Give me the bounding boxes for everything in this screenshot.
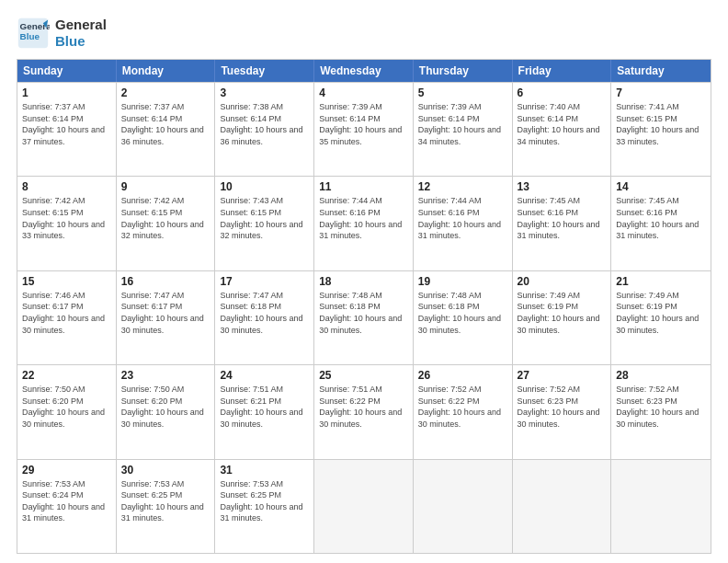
day-info: Sunrise: 7:41 AMSunset: 6:15 PMDaylight:… bbox=[616, 101, 706, 147]
calendar-cell: 10Sunrise: 7:43 AMSunset: 6:15 PMDayligh… bbox=[215, 177, 314, 270]
day-header-friday: Friday bbox=[513, 60, 612, 82]
day-header-tuesday: Tuesday bbox=[215, 60, 314, 82]
day-number: 10 bbox=[220, 180, 309, 193]
day-number: 6 bbox=[518, 86, 607, 99]
day-header-saturday: Saturday bbox=[611, 60, 711, 82]
logo-text2: Blue bbox=[55, 33, 107, 50]
day-number: 31 bbox=[220, 464, 309, 477]
svg-text:Blue: Blue bbox=[20, 31, 40, 41]
day-info: Sunrise: 7:45 AMSunset: 6:16 PMDaylight:… bbox=[518, 195, 607, 241]
day-header-wednesday: Wednesday bbox=[314, 60, 414, 82]
day-info: Sunrise: 7:51 AMSunset: 6:22 PMDaylight:… bbox=[319, 384, 408, 430]
calendar-row-1: 1Sunrise: 7:37 AMSunset: 6:14 PMDaylight… bbox=[17, 82, 711, 176]
day-info: Sunrise: 7:38 AMSunset: 6:14 PMDaylight:… bbox=[220, 101, 309, 147]
day-info: Sunrise: 7:42 AMSunset: 6:15 PMDaylight:… bbox=[22, 195, 111, 241]
calendar-cell bbox=[611, 460, 711, 553]
day-info: Sunrise: 7:49 AMSunset: 6:19 PMDaylight:… bbox=[616, 290, 706, 336]
calendar-cell bbox=[314, 460, 414, 553]
day-number: 9 bbox=[121, 180, 210, 193]
calendar: SundayMondayTuesdayWednesdayThursdayFrid… bbox=[17, 59, 711, 554]
day-info: Sunrise: 7:45 AMSunset: 6:16 PMDaylight:… bbox=[616, 195, 706, 241]
day-number: 8 bbox=[22, 180, 111, 193]
day-info: Sunrise: 7:42 AMSunset: 6:15 PMDaylight:… bbox=[121, 195, 210, 241]
day-number: 14 bbox=[616, 180, 706, 193]
calendar-cell: 16Sunrise: 7:47 AMSunset: 6:17 PMDayligh… bbox=[117, 271, 216, 364]
calendar-cell: 29Sunrise: 7:53 AMSunset: 6:24 PMDayligh… bbox=[17, 460, 117, 553]
day-number: 23 bbox=[121, 369, 210, 382]
day-number: 11 bbox=[319, 180, 408, 193]
calendar-cell: 26Sunrise: 7:52 AMSunset: 6:22 PMDayligh… bbox=[414, 365, 513, 458]
day-info: Sunrise: 7:51 AMSunset: 6:21 PMDaylight:… bbox=[220, 384, 309, 430]
day-number: 29 bbox=[22, 464, 111, 477]
logo-text: General bbox=[55, 17, 107, 33]
day-info: Sunrise: 7:50 AMSunset: 6:20 PMDaylight:… bbox=[121, 384, 210, 430]
day-number: 20 bbox=[518, 275, 607, 288]
day-info: Sunrise: 7:53 AMSunset: 6:25 PMDaylight:… bbox=[220, 478, 309, 524]
day-header-sunday: Sunday bbox=[17, 60, 117, 82]
day-header-thursday: Thursday bbox=[414, 60, 513, 82]
calendar-cell: 23Sunrise: 7:50 AMSunset: 6:20 PMDayligh… bbox=[117, 365, 216, 458]
calendar-cell bbox=[513, 460, 612, 553]
calendar-cell: 9Sunrise: 7:42 AMSunset: 6:15 PMDaylight… bbox=[117, 177, 216, 270]
day-info: Sunrise: 7:37 AMSunset: 6:14 PMDaylight:… bbox=[121, 101, 210, 147]
day-number: 2 bbox=[121, 86, 210, 99]
day-info: Sunrise: 7:37 AMSunset: 6:14 PMDaylight:… bbox=[22, 101, 111, 147]
calendar-cell: 8Sunrise: 7:42 AMSunset: 6:15 PMDaylight… bbox=[17, 177, 117, 270]
calendar-cell: 13Sunrise: 7:45 AMSunset: 6:16 PMDayligh… bbox=[513, 177, 612, 270]
header: General Blue General Blue bbox=[17, 17, 711, 50]
day-number: 18 bbox=[319, 275, 408, 288]
calendar-cell: 28Sunrise: 7:52 AMSunset: 6:23 PMDayligh… bbox=[611, 365, 711, 458]
day-number: 13 bbox=[518, 180, 607, 193]
day-number: 22 bbox=[22, 369, 111, 382]
calendar-cell: 22Sunrise: 7:50 AMSunset: 6:20 PMDayligh… bbox=[17, 365, 117, 458]
calendar-cell: 15Sunrise: 7:46 AMSunset: 6:17 PMDayligh… bbox=[17, 271, 117, 364]
calendar-row-5: 29Sunrise: 7:53 AMSunset: 6:24 PMDayligh… bbox=[17, 459, 711, 553]
calendar-cell: 7Sunrise: 7:41 AMSunset: 6:15 PMDaylight… bbox=[611, 83, 711, 176]
day-number: 12 bbox=[418, 180, 507, 193]
day-info: Sunrise: 7:52 AMSunset: 6:22 PMDaylight:… bbox=[418, 384, 507, 430]
calendar-cell: 2Sunrise: 7:37 AMSunset: 6:14 PMDaylight… bbox=[117, 83, 216, 176]
calendar-cell: 5Sunrise: 7:39 AMSunset: 6:14 PMDaylight… bbox=[414, 83, 513, 176]
calendar-cell: 3Sunrise: 7:38 AMSunset: 6:14 PMDaylight… bbox=[215, 83, 314, 176]
day-info: Sunrise: 7:52 AMSunset: 6:23 PMDaylight:… bbox=[518, 384, 607, 430]
day-number: 21 bbox=[616, 275, 706, 288]
day-number: 26 bbox=[418, 369, 507, 382]
day-info: Sunrise: 7:46 AMSunset: 6:17 PMDaylight:… bbox=[22, 290, 111, 336]
day-number: 25 bbox=[319, 369, 408, 382]
calendar-cell: 1Sunrise: 7:37 AMSunset: 6:14 PMDaylight… bbox=[17, 83, 117, 176]
day-info: Sunrise: 7:44 AMSunset: 6:16 PMDaylight:… bbox=[418, 195, 507, 241]
day-info: Sunrise: 7:39 AMSunset: 6:14 PMDaylight:… bbox=[418, 101, 507, 147]
day-header-monday: Monday bbox=[117, 60, 216, 82]
calendar-cell: 24Sunrise: 7:51 AMSunset: 6:21 PMDayligh… bbox=[215, 365, 314, 458]
day-number: 1 bbox=[22, 86, 111, 99]
day-number: 3 bbox=[220, 86, 309, 99]
day-info: Sunrise: 7:50 AMSunset: 6:20 PMDaylight:… bbox=[22, 384, 111, 430]
day-info: Sunrise: 7:44 AMSunset: 6:16 PMDaylight:… bbox=[319, 195, 408, 241]
day-number: 24 bbox=[220, 369, 309, 382]
day-info: Sunrise: 7:39 AMSunset: 6:14 PMDaylight:… bbox=[319, 101, 408, 147]
day-info: Sunrise: 7:49 AMSunset: 6:19 PMDaylight:… bbox=[518, 290, 607, 336]
calendar-row-2: 8Sunrise: 7:42 AMSunset: 6:15 PMDaylight… bbox=[17, 176, 711, 270]
calendar-row-3: 15Sunrise: 7:46 AMSunset: 6:17 PMDayligh… bbox=[17, 270, 711, 364]
day-number: 15 bbox=[22, 275, 111, 288]
day-info: Sunrise: 7:40 AMSunset: 6:14 PMDaylight:… bbox=[518, 101, 607, 147]
day-number: 5 bbox=[418, 86, 507, 99]
day-info: Sunrise: 7:52 AMSunset: 6:23 PMDaylight:… bbox=[616, 384, 706, 430]
logo-icon: General Blue bbox=[17, 17, 50, 50]
day-number: 30 bbox=[121, 464, 210, 477]
calendar-cell: 17Sunrise: 7:47 AMSunset: 6:18 PMDayligh… bbox=[215, 271, 314, 364]
calendar-cell: 31Sunrise: 7:53 AMSunset: 6:25 PMDayligh… bbox=[215, 460, 314, 553]
logo: General Blue General Blue bbox=[17, 17, 107, 50]
calendar-body: 1Sunrise: 7:37 AMSunset: 6:14 PMDaylight… bbox=[17, 82, 711, 553]
calendar-cell: 4Sunrise: 7:39 AMSunset: 6:14 PMDaylight… bbox=[314, 83, 414, 176]
day-info: Sunrise: 7:53 AMSunset: 6:25 PMDaylight:… bbox=[121, 478, 210, 524]
day-info: Sunrise: 7:47 AMSunset: 6:18 PMDaylight:… bbox=[220, 290, 309, 336]
calendar-cell: 30Sunrise: 7:53 AMSunset: 6:25 PMDayligh… bbox=[117, 460, 216, 553]
calendar-row-4: 22Sunrise: 7:50 AMSunset: 6:20 PMDayligh… bbox=[17, 364, 711, 458]
day-number: 16 bbox=[121, 275, 210, 288]
calendar-cell: 27Sunrise: 7:52 AMSunset: 6:23 PMDayligh… bbox=[513, 365, 612, 458]
page: General Blue General Blue SundayMondayTu… bbox=[0, 0, 728, 563]
calendar-cell: 21Sunrise: 7:49 AMSunset: 6:19 PMDayligh… bbox=[611, 271, 711, 364]
day-number: 27 bbox=[518, 369, 607, 382]
calendar-cell bbox=[414, 460, 513, 553]
